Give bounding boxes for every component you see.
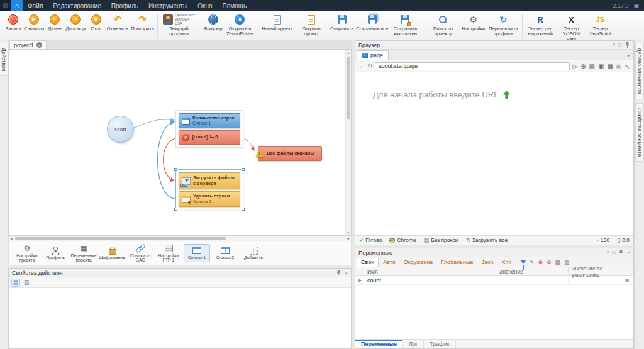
flowchart-canvas[interactable]: Start Количество строк Список 1 ? {count… xyxy=(8,50,352,236)
menu-profile[interactable]: Профиль xyxy=(106,3,143,9)
current-profile-button[interactable]: Leonard Mcc WA/2/W4 USA Текущий профиль xyxy=(160,13,199,38)
canvas-vertical-scrollbar[interactable]: ▲ ▼ xyxy=(345,50,351,235)
variable-value[interactable] xyxy=(496,276,569,284)
tab-log[interactable]: Лог xyxy=(403,340,424,348)
window-icon[interactable]: ▣ xyxy=(633,3,639,9)
menu-window[interactable]: Окно xyxy=(192,3,217,9)
back-icon[interactable]: ← xyxy=(358,63,365,69)
block-count-rows[interactable]: Количество строк Список 1 xyxy=(179,113,240,128)
pin-icon[interactable] xyxy=(618,249,624,256)
scroll-down-icon[interactable]: ▼ xyxy=(347,231,350,235)
copy-icon[interactable]: ▣ xyxy=(625,277,630,283)
block-download-files[interactable]: FTP Загрузить файлы с сервера xyxy=(179,172,240,189)
variables-body[interactable] xyxy=(355,285,633,339)
close-icon[interactable]: × xyxy=(345,270,348,275)
app-logo-dark[interactable] xyxy=(0,0,11,11)
list1-button[interactable]: Список 1 xyxy=(184,244,210,262)
tab-close-icon[interactable]: × xyxy=(36,42,42,48)
browser-tab-page[interactable]: page xyxy=(357,50,389,60)
browser-viewport[interactable]: Для начала работы введите URL xyxy=(355,72,633,235)
regex-tester-button[interactable]: RТестер рег. выражений xyxy=(525,13,556,38)
engine-selector[interactable]: Chrome xyxy=(389,237,416,243)
start-node[interactable]: Start xyxy=(107,116,134,143)
variable-name[interactable]: count xyxy=(364,276,496,284)
maximize-icon[interactable]: □ xyxy=(618,42,621,48)
copy-icon[interactable]: ▣ xyxy=(598,63,604,70)
tab-environment[interactable]: Окружение xyxy=(400,258,436,267)
column-name[interactable]: Имя xyxy=(364,267,496,275)
cancel-icon[interactable]: ⊘ xyxy=(547,259,552,265)
new-project-button[interactable]: Новый проект xyxy=(260,13,294,32)
tab-element-tree[interactable]: Дерево элементов xyxy=(635,43,644,99)
scroll-thumb[interactable] xyxy=(347,57,350,119)
speed-indicator[interactable]: ◔150 xyxy=(596,237,610,243)
selection-handle[interactable] xyxy=(174,168,177,171)
ftp-settings-button[interactable]: Настройки FTP 1 xyxy=(155,242,182,265)
redo-button[interactable]: ↷Повторить xyxy=(130,13,155,32)
play-from-start-button[interactable]: ▶С начала xyxy=(23,13,45,32)
menu-edit[interactable]: Редактирование xyxy=(48,3,106,9)
menu-help[interactable]: Помощь xyxy=(218,3,252,9)
tab-variables[interactable]: Переменные xyxy=(355,340,403,348)
save-button[interactable]: Сохранить xyxy=(329,13,355,32)
clear-icon[interactable]: ▨ xyxy=(564,259,570,265)
open-in-zennoposter-button[interactable]: XОткрыть в ZennoPoster xyxy=(223,13,256,38)
selection-handle[interactable] xyxy=(242,168,245,171)
add-resource-button[interactable]: +Добавить xyxy=(240,244,267,262)
target-icon[interactable]: ◎ xyxy=(616,63,622,70)
add-tab-icon[interactable]: ⊕ xyxy=(580,63,586,70)
alphabetical-view-icon[interactable]: ▥ xyxy=(22,279,31,287)
close-icon[interactable]: × xyxy=(627,250,630,255)
project-variables-button[interactable]: ▦Переменные проекта xyxy=(70,242,97,265)
remove-variable-icon[interactable]: ⊖ xyxy=(538,259,543,265)
undo-button[interactable]: ↶Отменить xyxy=(106,13,130,32)
scroll-thumb[interactable] xyxy=(15,237,226,240)
url-input[interactable] xyxy=(375,62,570,70)
scroll-left-icon[interactable]: ◀ xyxy=(10,236,13,240)
columns-icon[interactable]: ▦ xyxy=(555,259,561,265)
block-all-files-downloaded[interactable]: ! Все файлы скачаны xyxy=(258,146,322,161)
grid-icon[interactable]: ▦ xyxy=(607,63,613,70)
variable-row[interactable]: ▶ count ▣ xyxy=(355,276,633,285)
cursor-icon[interactable]: ↖ xyxy=(625,63,630,70)
encryption-button[interactable]: Шифрование xyxy=(99,244,125,262)
menu-tools[interactable]: Инструменты xyxy=(143,3,192,9)
save-all-button[interactable]: Сохранить все xyxy=(355,13,389,32)
proxy-selector[interactable]: ▤Без прокси xyxy=(424,237,458,243)
record-button[interactable]: Запись xyxy=(4,13,23,32)
help-icon[interactable]: ? xyxy=(613,42,615,48)
save-as-plugin-button[interactable]: Сохранить как плагин xyxy=(389,13,421,38)
block-condition[interactable]: ? {count} != 0 xyxy=(179,130,240,145)
overflow-button[interactable]: ⋯ xyxy=(339,249,346,257)
list2-button[interactable]: Список 2 xyxy=(212,244,238,262)
filter-icon[interactable] xyxy=(521,260,526,264)
js-tester-button[interactable]: JSТестер JavaScript xyxy=(586,13,614,38)
run-to-end-button[interactable]: ↠До конца xyxy=(64,13,87,32)
profile-button[interactable]: Профиль xyxy=(42,244,69,262)
variable-default[interactable]: ▣ xyxy=(569,276,633,284)
tab-element-properties[interactable]: Свойства элемента xyxy=(635,103,644,162)
run-icon[interactable]: ▷ xyxy=(572,63,577,70)
tab-xml[interactable]: Xml xyxy=(497,258,515,267)
categorized-view-icon[interactable]: ▤ xyxy=(11,279,20,287)
edit-icon[interactable]: ✎ xyxy=(530,259,535,265)
tab-own[interactable]: Свои xyxy=(357,258,379,267)
block-delete-rows[interactable]: Удалить строки Список 1 xyxy=(179,191,240,207)
pin-icon[interactable] xyxy=(625,42,630,48)
selection-handle[interactable] xyxy=(174,208,177,211)
tab-global[interactable]: Глобальные xyxy=(437,258,477,267)
canvas-horizontal-scrollbar[interactable]: ◀ ▶ xyxy=(8,236,352,241)
xpath-tester-button[interactable]: XТестер X/JSON Path xyxy=(556,13,586,43)
project-settings-button[interactable]: ⚙Настройки проекта xyxy=(14,242,40,265)
browser-button[interactable]: Браузер xyxy=(203,13,224,32)
tab-auto[interactable]: Авто xyxy=(379,258,399,267)
column-default[interactable]: Значение по-умолчанию xyxy=(569,267,633,275)
open-project-button[interactable]: Открыть проект xyxy=(294,13,329,38)
help-icon[interactable]: ? xyxy=(606,250,609,255)
tab-json[interactable]: Json xyxy=(477,258,497,267)
stop-button[interactable]: ■Стоп xyxy=(87,13,106,32)
reload-icon[interactable]: ↻ xyxy=(367,63,372,69)
scroll-up-icon[interactable]: ▲ xyxy=(347,51,350,55)
load-mode-selector[interactable]: ⇅Загружать все xyxy=(465,237,508,243)
home-button[interactable]: ⌂ xyxy=(11,0,23,11)
